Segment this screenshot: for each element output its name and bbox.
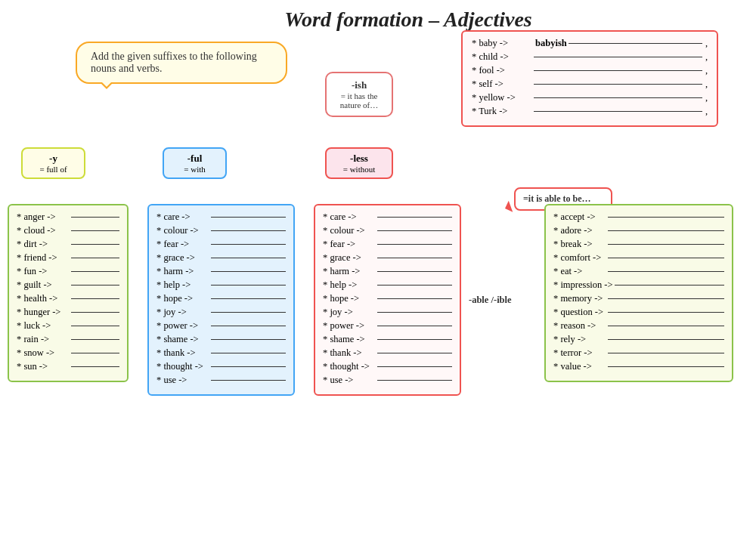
list-item: * dirt ->	[17, 239, 119, 250]
list-item: * grace ->	[323, 252, 452, 264]
list-item: * use ->	[156, 375, 286, 386]
list-item: * thought ->	[156, 361, 286, 372]
list-item: * child -> ,	[472, 51, 708, 63]
list-item: * fun ->	[17, 266, 119, 277]
list-item: * hope ->	[323, 293, 452, 304]
less-suffix-label: -less = without	[325, 147, 393, 179]
able-word-list: * accept -> * adore -> * break -> * comf…	[544, 204, 733, 382]
page: Word formation – Adjectives Add the give…	[0, 0, 756, 534]
list-item: * friend ->	[17, 252, 119, 264]
list-item: * reason ->	[553, 320, 724, 332]
list-item: * impression ->	[553, 279, 724, 291]
instruction-bubble: Add the given suffixes to the following …	[76, 42, 287, 84]
ish-word-list: * baby -> babyish , * child -> , * fool …	[461, 30, 718, 127]
list-item: * harm ->	[323, 266, 452, 277]
list-item: * colour ->	[156, 225, 286, 236]
list-item: * rain ->	[17, 334, 119, 345]
ful-label: -ful	[172, 153, 218, 165]
list-item: * memory ->	[553, 293, 724, 304]
able-suffix-label: -able /-ible	[469, 295, 512, 306]
list-item: * snow ->	[17, 347, 119, 359]
ful-meaning: = with	[172, 165, 218, 174]
list-item: * joy ->	[323, 307, 452, 318]
able-meaning: =it is able to be…	[523, 193, 591, 204]
list-item: * thank ->	[156, 347, 286, 359]
list-item: * fear ->	[323, 239, 452, 250]
list-item: * value ->	[553, 361, 724, 372]
list-item: * Turk -> ,	[472, 106, 708, 117]
list-item: * yellow -> ,	[472, 92, 708, 103]
list-item: * accept ->	[553, 211, 724, 223]
list-item: * help ->	[323, 279, 452, 291]
list-item: * help ->	[156, 279, 286, 291]
y-suffix-label: -y = full of	[21, 147, 85, 179]
list-item: * colour ->	[323, 225, 452, 236]
list-item: * harm ->	[156, 266, 286, 277]
list-item: * power ->	[323, 320, 452, 332]
list-item: * thought ->	[323, 361, 452, 372]
list-item: * fool -> ,	[472, 65, 708, 76]
list-item: * rely ->	[553, 334, 724, 345]
ish-suffix-label: -ish = it has the nature of…	[325, 72, 393, 117]
list-item: * grace ->	[156, 252, 286, 264]
ful-suffix-label: -ful = with	[163, 147, 227, 179]
ish-meaning: = it has the nature of…	[336, 91, 383, 110]
list-item: * hunger ->	[17, 307, 119, 318]
list-item: * fear ->	[156, 239, 286, 250]
list-item: * break ->	[553, 239, 724, 250]
less-word-list: * care -> * colour -> * fear -> * grace …	[314, 204, 461, 396]
y-label: -y	[30, 153, 76, 165]
y-meaning: = full of	[30, 165, 76, 174]
list-item: * shame ->	[156, 334, 286, 345]
y-word-list: * anger -> * cloud -> * dirt -> * friend…	[8, 204, 129, 382]
ful-word-list: * care -> * colour -> * fear -> * grace …	[147, 204, 295, 396]
list-item: * use ->	[323, 375, 452, 386]
list-item: * shame ->	[323, 334, 452, 345]
less-meaning: = without	[334, 165, 384, 174]
less-label: -less	[334, 153, 384, 165]
ish-label: -ish	[336, 79, 383, 91]
list-item: * anger ->	[17, 211, 119, 223]
list-item: * sun ->	[17, 361, 119, 372]
list-item: * hope ->	[156, 293, 286, 304]
list-item: * care ->	[323, 211, 452, 223]
list-item: * care ->	[156, 211, 286, 223]
list-item: * power ->	[156, 320, 286, 332]
instruction-line1: Add the given suffixes to the following	[91, 51, 257, 62]
list-item: * eat ->	[553, 266, 724, 277]
list-item: * joy ->	[156, 307, 286, 318]
list-item: * health ->	[17, 293, 119, 304]
list-item: * thank ->	[323, 347, 452, 359]
instruction-line2: nouns and verbs.	[91, 63, 163, 74]
list-item: * adore ->	[553, 225, 724, 236]
list-item: * self -> ,	[472, 79, 708, 90]
able-sublabel: -able /-ible	[469, 295, 512, 306]
list-item: * terror ->	[553, 347, 724, 359]
list-item: * luck ->	[17, 320, 119, 332]
list-item: * baby -> babyish ,	[472, 38, 708, 49]
list-item: * question ->	[553, 307, 724, 318]
list-item: * guilt ->	[17, 279, 119, 291]
list-item: * comfort ->	[553, 252, 724, 264]
list-item: * cloud ->	[17, 225, 119, 236]
